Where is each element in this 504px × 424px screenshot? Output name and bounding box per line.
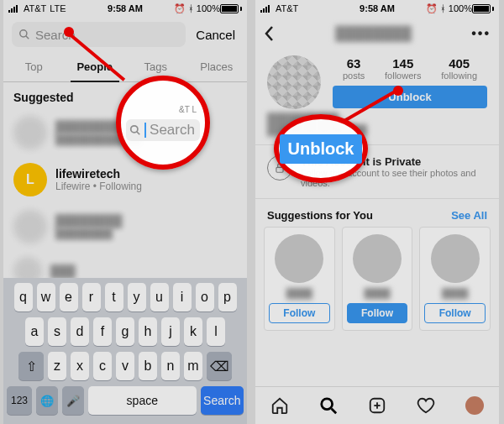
keyboard-row: ⇧ z x c v b n m ⌫ <box>7 352 244 380</box>
suggestion-card[interactable]: ████ Follow <box>264 227 335 331</box>
avatar <box>465 396 484 415</box>
key-k[interactable]: k <box>184 317 202 346</box>
status-bar: AT&T 9:58 AM ⏰ ᚼ 100% <box>255 0 499 17</box>
more-icon[interactable]: ••• <box>471 26 491 41</box>
activity-icon[interactable] <box>416 395 436 416</box>
key-i[interactable]: i <box>173 283 192 311</box>
back-icon[interactable] <box>264 25 276 42</box>
search-header: Search Cancel <box>3 17 247 49</box>
callout-status-fragment: &T L <box>126 105 200 114</box>
avatar <box>13 116 47 149</box>
key-p[interactable]: p <box>218 283 237 311</box>
callout-unblock-label: Unblock <box>280 134 363 164</box>
subtext: Lifewire • Following <box>55 181 142 192</box>
search-input[interactable]: Search <box>12 22 186 47</box>
follow-button[interactable]: Follow <box>424 303 486 323</box>
home-icon[interactable] <box>270 395 290 416</box>
key-b[interactable]: b <box>139 352 157 380</box>
list-item[interactable]: ████████████████ <box>3 203 247 250</box>
stat-following[interactable]: 405following <box>441 56 477 81</box>
key-z[interactable]: z <box>48 352 66 380</box>
profile-header: 63posts 145followers 405following Unbloc… <box>255 50 499 113</box>
svg-point-16 <box>131 125 138 132</box>
suggestions-heading: Suggestions for You <box>267 209 373 222</box>
username: ████ <box>286 288 312 298</box>
list-item[interactable]: L lifewiretechLifewire • Following <box>3 156 247 203</box>
callout-search-zoom: &T L Search <box>116 76 210 170</box>
follow-button[interactable]: Follow <box>347 303 408 323</box>
tab-bar <box>255 386 499 424</box>
key-r[interactable]: r <box>82 283 101 311</box>
key-l[interactable]: l <box>207 317 225 346</box>
stat-followers[interactable]: 145followers <box>385 56 421 81</box>
key-backspace[interactable]: ⌫ <box>207 352 232 380</box>
avatar: L <box>13 163 47 196</box>
key-d[interactable]: d <box>71 317 89 346</box>
avatar <box>353 234 402 283</box>
status-bar: AT&T LTE 9:58 AM ⏰ ᚼ 100% <box>3 0 247 17</box>
key-x[interactable]: x <box>71 352 89 380</box>
key-o[interactable]: o <box>196 283 214 311</box>
keyboard: q w e r t y u i o p a s d f g h j k l ⇧ … <box>3 278 247 424</box>
key-globe[interactable]: 🌐 <box>36 386 58 415</box>
key-a[interactable]: a <box>25 317 44 346</box>
clock-label: 9:58 AM <box>3 3 247 13</box>
tab-top[interactable]: Top <box>3 54 65 81</box>
key-h[interactable]: h <box>139 317 157 346</box>
username: ████ <box>364 288 390 298</box>
key-j[interactable]: j <box>161 317 180 346</box>
key-q[interactable]: q <box>14 283 33 311</box>
key-s[interactable]: s <box>48 317 66 346</box>
key-shift[interactable]: ⇧ <box>18 352 44 380</box>
text-cursor <box>144 123 146 138</box>
keyboard-row: a s d f g h j k l <box>7 317 244 346</box>
unblock-button[interactable]: Unblock <box>333 86 487 108</box>
suggestion-card[interactable]: ████ Follow <box>342 227 413 331</box>
svg-line-17 <box>137 131 140 134</box>
see-all-link[interactable]: See All <box>451 209 487 222</box>
new-post-icon[interactable] <box>367 395 387 416</box>
svg-line-12 <box>332 409 337 414</box>
key-y[interactable]: y <box>128 283 146 311</box>
subtext: ████████ <box>55 228 122 239</box>
key-e[interactable]: e <box>60 283 78 311</box>
tutorial-composite: { "status": { "carrier": "AT&T", "networ… <box>0 0 504 424</box>
tab-people[interactable]: People <box>65 54 126 81</box>
key-search[interactable]: Search <box>201 386 244 415</box>
key-n[interactable]: n <box>161 352 180 380</box>
key-123[interactable]: 123 <box>7 386 32 415</box>
key-mic[interactable]: 🎤 <box>62 386 84 415</box>
key-u[interactable]: u <box>150 283 169 311</box>
suggestions-row: ████ Follow ████ Follow ████ Follow <box>255 227 499 331</box>
suggestions-header: Suggestions for You See All <box>255 199 499 227</box>
screenshot-profile-screen: AT&T 9:58 AM ⏰ ᚼ 100% ████████ ••• 63pos… <box>255 0 499 424</box>
username: ███ <box>50 264 76 278</box>
key-t[interactable]: t <box>105 283 123 311</box>
suggestion-card[interactable]: ████ Follow <box>419 227 491 331</box>
svg-point-4 <box>20 30 27 37</box>
callout-placeholder: Search <box>150 122 195 139</box>
key-v[interactable]: v <box>116 352 134 380</box>
key-w[interactable]: w <box>37 283 55 311</box>
tab-places[interactable]: Places <box>186 54 248 81</box>
username: lifewiretech <box>55 167 142 181</box>
key-c[interactable]: c <box>93 352 112 380</box>
stat-posts[interactable]: 63posts <box>343 56 365 81</box>
key-f[interactable]: f <box>93 317 112 346</box>
profile-tab-icon[interactable] <box>465 395 485 416</box>
search-placeholder: Search <box>35 28 76 42</box>
keyboard-row: 123 🌐 🎤 space Search <box>7 386 244 415</box>
username: ████████ <box>55 214 122 228</box>
avatar <box>431 234 480 283</box>
search-icon <box>18 29 30 40</box>
key-space[interactable]: space <box>88 386 197 415</box>
profile-avatar[interactable] <box>267 55 321 109</box>
search-tab-icon[interactable] <box>318 395 339 416</box>
callout-unblock-zoom: Unblock <box>274 114 368 183</box>
profile-nav: ████████ ••• <box>255 17 499 50</box>
search-tabs: Top People Tags Places <box>3 54 247 82</box>
follow-button[interactable]: Follow <box>269 303 330 323</box>
cancel-button[interactable]: Cancel <box>192 28 239 42</box>
key-m[interactable]: m <box>184 352 202 380</box>
key-g[interactable]: g <box>116 317 134 346</box>
